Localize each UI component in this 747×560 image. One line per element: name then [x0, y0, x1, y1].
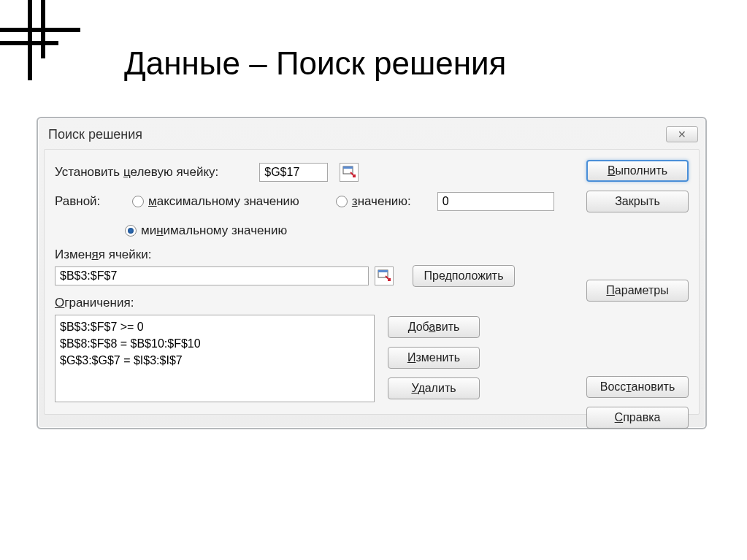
svg-rect-1	[343, 166, 353, 169]
guess-button[interactable]: Предположить	[413, 265, 515, 287]
radio-icon	[132, 196, 144, 207]
constraints-label: Ограничения:	[55, 296, 581, 310]
changing-range-picker-button[interactable]	[375, 266, 394, 285]
target-range-picker-button[interactable]	[340, 163, 359, 182]
close-dialog-button[interactable]: Закрыть	[586, 191, 689, 212]
slide-corner-decoration	[0, 0, 88, 88]
radio-icon	[336, 196, 348, 207]
change-constraint-button[interactable]: Изменить	[388, 347, 480, 369]
reset-button[interactable]: Восстановить	[586, 376, 689, 398]
delete-constraint-button[interactable]: Удалить	[388, 377, 480, 399]
dialog-title: Поиск решения	[48, 127, 142, 142]
close-button[interactable]: ✕	[666, 126, 698, 142]
target-cell-label: Установить целевую ячейку:	[55, 165, 218, 180]
run-button[interactable]: Выполнить	[586, 160, 689, 182]
radio-max[interactable]: максимальному значению	[132, 194, 299, 209]
changing-cells-input[interactable]	[55, 266, 369, 285]
svg-rect-3	[378, 270, 388, 272]
value-input[interactable]	[437, 192, 554, 211]
changing-cells-label: Изменяя ячейки:	[55, 248, 581, 262]
range-picker-icon	[378, 268, 391, 284]
radio-min[interactable]: минимальному значению	[125, 223, 287, 238]
dialog-titlebar: Поиск решения ✕	[38, 118, 705, 146]
radio-icon	[125, 225, 137, 237]
parameters-button[interactable]: Параметры	[586, 280, 689, 302]
target-cell-input[interactable]	[259, 163, 328, 182]
page-title: Данные – Поиск решения	[124, 45, 506, 82]
close-icon: ✕	[678, 129, 686, 140]
solver-dialog: Поиск решения ✕ Выполнить Закрыть Параме…	[37, 117, 707, 429]
help-button[interactable]: Справка	[586, 407, 689, 429]
radio-value[interactable]: значению:	[336, 194, 411, 209]
constraints-listbox[interactable]: $B$3:$F$7 >= 0 $B$8:$F$8 = $B$10:$F$10 $…	[55, 315, 375, 402]
add-constraint-button[interactable]: Добавить	[388, 316, 480, 338]
range-picker-icon	[342, 164, 356, 180]
equal-label: Равной:	[55, 194, 125, 209]
